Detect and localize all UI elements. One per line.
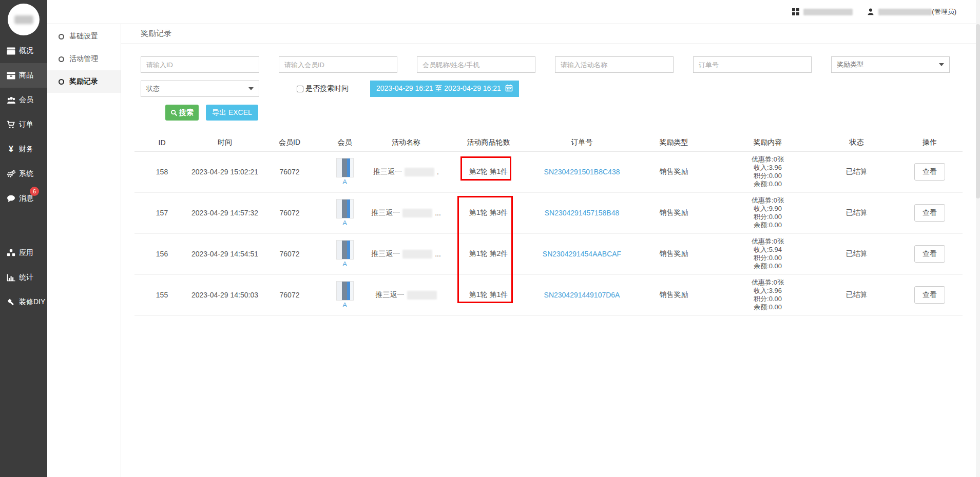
workspace-switcher[interactable]	[791, 8, 853, 16]
circle-icon	[59, 34, 64, 39]
account-menu[interactable]: (管理员)	[866, 7, 956, 16]
cell-member-id: 76072	[260, 151, 319, 192]
member-id-input[interactable]	[279, 56, 397, 73]
app-logo[interactable]	[8, 4, 40, 35]
reward-line: 积分:0.00	[719, 172, 816, 180]
hammer-icon	[6, 297, 16, 307]
page-title: 奖励记录	[121, 24, 980, 44]
cell-member: A	[319, 192, 371, 233]
order-link[interactable]: SN2304291457158B48	[545, 209, 620, 217]
page-scrollbar[interactable]	[976, 0, 980, 477]
view-button[interactable]: 查看	[914, 286, 945, 304]
topbar: (管理员)	[47, 0, 980, 24]
cell-status: 已结算	[816, 192, 897, 233]
cubes-icon	[6, 248, 16, 257]
activity-name-input[interactable]	[555, 56, 674, 73]
filter-actions: 搜索 导出 EXCEL	[141, 105, 980, 121]
yen-icon: ¥	[6, 145, 16, 154]
view-button[interactable]: 查看	[914, 245, 945, 263]
cell-action: 查看	[897, 233, 963, 274]
cell-member: A	[319, 233, 371, 274]
circle-icon	[59, 79, 64, 85]
cell-reward-content: 优惠券:0张收入:3.96积分:0.00余额:0.00	[719, 274, 816, 315]
search-icon	[170, 109, 178, 116]
activity-name: 推三返一	[373, 167, 402, 176]
table-row: 1582023-04-29 15:02:2176072A推三返一.第2轮 第1件…	[134, 151, 963, 192]
submenu-item-label: 奖励记录	[69, 77, 98, 86]
submenu-item-basic-settings[interactable]: 基础设置	[47, 25, 121, 48]
avatar-label: A	[319, 301, 371, 309]
workspace-name-blurred	[803, 9, 853, 15]
activity-name-blurred	[405, 168, 434, 176]
chevron-down-icon	[939, 63, 944, 66]
submenu-item-reward-records[interactable]: 奖励记录	[47, 70, 121, 93]
cell-id: 157	[134, 192, 189, 233]
primary-sidebar: 概况商品会员订单¥财务系统消息6应用统计装修DIY	[0, 0, 47, 477]
cell-activity: 推三返一...	[371, 192, 441, 233]
cell-rounds: 第2轮 第1件	[441, 151, 535, 192]
sidebar-item-messages[interactable]: 消息6	[0, 186, 47, 211]
avatar	[336, 281, 354, 301]
activity-name: 推三返一	[376, 290, 405, 300]
status-select[interactable]: 状态	[141, 81, 259, 97]
sidebar-item-stats[interactable]: 统计	[0, 265, 47, 290]
activity-suffix: .	[437, 168, 439, 176]
chat-icon	[6, 194, 16, 203]
cell-reward-type: 销售奖励	[628, 274, 719, 315]
filter-row-2: 状态 是否搜索时间 2023-04-29 16:21 至 2023-04-29 …	[141, 81, 980, 97]
search-time-checkbox-label: 是否搜索时间	[305, 84, 349, 93]
sidebar-item-system[interactable]: 系统	[0, 162, 47, 186]
id-input[interactable]	[141, 56, 259, 73]
table-header-row: ID时间会员ID会员活动名称活动商品轮数订单号奖励类型奖励内容状态操作	[134, 134, 963, 151]
order-link[interactable]: SN2304291449107D6A	[544, 291, 620, 299]
sidebar-item-label: 会员	[19, 95, 33, 105]
table-row: 1552023-04-29 14:50:0376072A推三返一第1轮 第1件S…	[134, 274, 963, 315]
cell-time: 2023-04-29 14:57:32	[189, 192, 260, 233]
cell-status: 已结算	[816, 274, 897, 315]
cell-reward-content: 优惠券:0张收入:9.90积分:0.00余额:0.00	[719, 192, 816, 233]
sidebar-item-finance[interactable]: ¥财务	[0, 137, 47, 162]
account-name-blurred	[878, 9, 932, 15]
sidebar-item-apps[interactable]: 应用	[0, 241, 47, 265]
submenu-item-label: 基础设置	[69, 32, 98, 41]
avatar	[336, 158, 354, 177]
reward-line: 优惠券:0张	[719, 237, 816, 246]
sidebar-item-members[interactable]: 会员	[0, 88, 47, 112]
order-link[interactable]: SN2304291454AABCAF	[543, 250, 621, 258]
date-range-button[interactable]: 2023-04-29 16:21 至 2023-04-29 16:21	[370, 81, 519, 97]
activity-name: 推三返一	[371, 249, 400, 259]
grid-icon	[791, 8, 800, 16]
scrollbar-thumb[interactable]	[976, 24, 980, 198]
view-button[interactable]: 查看	[914, 204, 945, 222]
reward-line: 优惠券:0张	[719, 196, 816, 205]
view-button[interactable]: 查看	[914, 163, 945, 181]
search-time-checkbox-wrap[interactable]: 是否搜索时间	[297, 84, 349, 93]
column-header-8: 奖励内容	[719, 134, 816, 151]
reward-line: 积分:0.00	[719, 254, 816, 262]
search-button-label: 搜索	[179, 108, 194, 117]
search-button[interactable]: 搜索	[165, 105, 199, 121]
table-body: 1582023-04-29 15:02:2176072A推三返一.第2轮 第1件…	[134, 151, 963, 315]
sidebar-item-goods[interactable]: 商品	[0, 63, 47, 88]
circle-icon	[59, 56, 64, 62]
column-header-3: 会员	[319, 134, 371, 151]
sidebar-item-diy[interactable]: 装修DIY	[0, 290, 47, 314]
export-excel-button[interactable]: 导出 EXCEL	[206, 105, 258, 121]
order-no-input[interactable]	[693, 56, 812, 73]
unread-badge: 6	[30, 187, 39, 196]
order-link[interactable]: SN2304291501B8C438	[544, 168, 620, 176]
activity-suffix: ...	[435, 250, 441, 258]
sidebar-nav: 概况商品会员订单¥财务系统消息6应用统计装修DIY	[0, 38, 47, 314]
cell-reward-type: 销售奖励	[628, 233, 719, 274]
reward-type-select[interactable]: 奖励类型	[831, 56, 950, 73]
cell-member: A	[319, 274, 371, 315]
member-info-input[interactable]	[417, 56, 535, 73]
cell-id: 158	[134, 151, 189, 192]
window-icon	[6, 46, 16, 55]
sidebar-item-overview[interactable]: 概况	[0, 38, 47, 63]
cell-rounds: 第1轮 第2件	[441, 233, 535, 274]
sidebar-item-orders[interactable]: 订单	[0, 112, 47, 137]
submenu-item-activity-manage[interactable]: 活动管理	[47, 48, 121, 70]
search-time-checkbox[interactable]	[297, 86, 303, 92]
cell-order-no: SN2304291449107D6A	[535, 274, 628, 315]
